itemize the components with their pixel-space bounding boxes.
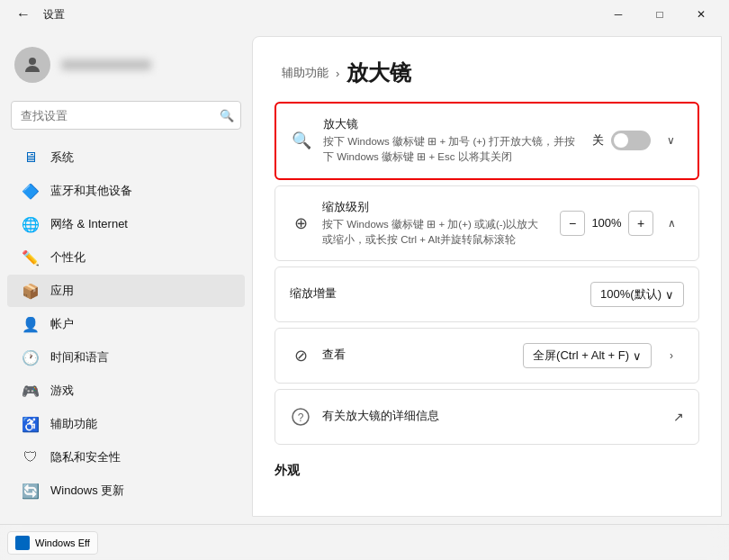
card-view: ⊘ 查看 全屏(Ctrl + Alt + F) ∨ ›: [274, 328, 699, 384]
card-icon-magnifier: 🔍: [291, 130, 312, 151]
card-icon-zoom_level: ⊕: [290, 212, 311, 234]
sidebar-item-update[interactable]: 🔄 Windows 更新: [7, 474, 245, 507]
close-button[interactable]: ✕: [680, 0, 722, 29]
nav-label-system: 系统: [50, 149, 74, 166]
sidebar-item-bluetooth[interactable]: 🔷 蓝牙和其他设备: [7, 175, 245, 207]
card-text-zoom_level: 缩放级别 按下 Windows 徽标键 ⊞ + 加(+) 或减(-)以放大或缩小…: [322, 199, 549, 248]
card-icon-about: ?: [290, 406, 311, 428]
taskbar-app-icon: [15, 536, 30, 550]
sidebar-item-network[interactable]: 🌐 网络 & Internet: [7, 208, 245, 240]
card-text-magnifier: 放大镜 按下 Windows 徽标键 ⊞ + 加号 (+) 打开放大镜，并按下 …: [323, 116, 581, 166]
search-icon: 🔍: [220, 109, 234, 122]
zoom-controls: − 100% + ∧: [560, 211, 684, 236]
card-title-magnifier: 放大镜: [323, 116, 581, 132]
view-dropdown-control: 全屏(Ctrl + Alt + F) ∨ ›: [523, 343, 684, 368]
user-profile: [0, 36, 252, 97]
card-row-magnifier: 🔍 放大镜 按下 Windows 徽标键 ⊞ + 加号 (+) 打开放大镜，并按…: [276, 104, 698, 178]
card-desc-zoom_level: 按下 Windows 徽标键 ⊞ + 加(+) 或减(-)以放大或缩小，或长按 …: [322, 217, 549, 248]
toggle-thumb: [614, 133, 628, 148]
card-desc-magnifier: 按下 Windows 徽标键 ⊞ + 加号 (+) 打开放大镜，并按下 Wind…: [323, 134, 581, 166]
title-bar-controls: ─ □ ✕: [598, 0, 722, 29]
toggle-switch[interactable]: [611, 131, 651, 150]
cards-section: 🔍 放大镜 按下 Windows 徽标键 ⊞ + 加号 (+) 打开放大镜，并按…: [274, 102, 699, 445]
nav-list: 🖥 系统 🔷 蓝牙和其他设备 🌐 网络 & Internet ✏️ 个性化 📦 …: [0, 140, 252, 508]
card-icon-view: ⊘: [290, 345, 311, 366]
svg-point-0: [29, 58, 36, 65]
expand-zoom-button[interactable]: ∧: [659, 211, 684, 236]
sidebar-item-apps[interactable]: 📦 应用: [7, 275, 245, 307]
card-magnifier: 🔍 放大镜 按下 Windows 徽标键 ⊞ + 加号 (+) 打开放大镜，并按…: [274, 102, 699, 180]
minimize-button[interactable]: ─: [598, 0, 639, 29]
nav-label-personal: 个性化: [50, 249, 86, 266]
view-dropdown-chevron-icon: ∨: [633, 349, 642, 363]
taskbar: Windows Eff: [0, 524, 729, 560]
window-title: 设置: [43, 7, 65, 23]
sidebar-item-personal[interactable]: ✏️ 个性化: [7, 241, 245, 274]
section-header: 外观: [253, 452, 721, 486]
dropdown-value: 100%(默认): [600, 286, 662, 303]
expand-button[interactable]: ∨: [658, 128, 683, 153]
dropdown-chevron-icon: ∨: [665, 288, 674, 302]
card-about: ? 有关放大镜的详细信息 ↗: [274, 389, 699, 445]
dropdown-control: 100%(默认) ∨: [590, 282, 684, 307]
nav-label-access: 辅助功能: [50, 416, 97, 432]
sidebar-item-gaming[interactable]: 🎮 游戏: [7, 375, 245, 407]
taskbar-app-label: Windows Eff: [35, 537, 90, 548]
title-bar-left: ← 设置: [11, 2, 65, 27]
sidebar-item-system[interactable]: 🖥 系统: [7, 141, 245, 174]
nav-icon-update: 🔄: [22, 482, 40, 500]
back-button[interactable]: ←: [11, 2, 36, 27]
card-title-about: 有关放大镜的详细信息: [322, 408, 662, 424]
breadcrumb-separator: ›: [336, 67, 339, 80]
toggle-label: 关: [592, 132, 604, 149]
card-zoom_increment: 缩放增量 100%(默认) ∨: [274, 266, 699, 322]
search-input[interactable]: [11, 101, 241, 130]
nav-icon-access: ♿: [22, 415, 40, 433]
sidebar-item-accounts[interactable]: 👤 帐户: [7, 308, 245, 340]
nav-icon-apps: 📦: [22, 282, 40, 300]
content-header: 辅助功能 › 放大镜: [253, 37, 721, 102]
zoom-value: 100%: [590, 216, 623, 230]
nav-label-privacy: 隐私和安全性: [50, 449, 121, 465]
content-area: 辅助功能 › 放大镜 🔍 放大镜 按下 Windows 徽标键 ⊞ + 加号 (…: [252, 36, 722, 517]
zoom-increase-button[interactable]: +: [628, 211, 653, 236]
sidebar: 🔍 🖥 系统 🔷 蓝牙和其他设备 🌐 网络 & Internet ✏️ 个性化 …: [0, 29, 252, 524]
card-zoom_level: ⊕ 缩放级别 按下 Windows 徽标键 ⊞ + 加(+) 或减(-)以放大或…: [274, 185, 699, 262]
title-bar: ← 设置 ─ □ ✕: [0, 0, 729, 29]
sidebar-item-time[interactable]: 🕐 时间和语言: [7, 341, 245, 374]
nav-icon-time: 🕐: [22, 348, 40, 366]
nav-label-network: 网络 & Internet: [50, 216, 128, 232]
card-text-view: 查看: [322, 347, 512, 365]
nav-label-time: 时间和语言: [50, 349, 109, 366]
nav-icon-gaming: 🎮: [22, 382, 40, 400]
nav-icon-network: 🌐: [22, 215, 40, 233]
breadcrumb: 辅助功能: [282, 65, 328, 81]
main-content: 🔍 🖥 系统 🔷 蓝牙和其他设备 🌐 网络 & Internet ✏️ 个性化 …: [0, 29, 729, 524]
page-title: 放大镜: [346, 59, 411, 87]
nav-icon-system: 🖥: [22, 149, 40, 167]
toggle-control: 关 ∨: [592, 128, 683, 153]
sidebar-item-privacy[interactable]: 🛡 隐私和安全性: [7, 441, 245, 474]
view-expand-button[interactable]: ›: [659, 343, 684, 368]
card-title-zoom_increment: 缩放增量: [290, 285, 580, 302]
nav-icon-bluetooth: 🔷: [22, 182, 40, 200]
card-text-about: 有关放大镜的详细信息: [322, 408, 662, 426]
maximize-button[interactable]: □: [639, 0, 680, 29]
nav-icon-accounts: 👤: [22, 315, 40, 333]
card-row-zoom_level: ⊕ 缩放级别 按下 Windows 徽标键 ⊞ + 加(+) 或减(-)以放大或…: [275, 186, 698, 261]
dropdown-button[interactable]: 100%(默认) ∨: [590, 282, 684, 307]
nav-label-bluetooth: 蓝牙和其他设备: [50, 183, 132, 199]
avatar: [14, 47, 50, 83]
taskbar-app[interactable]: Windows Eff: [7, 531, 98, 555]
card-text-zoom_increment: 缩放增量: [290, 285, 580, 303]
nav-label-update: Windows 更新: [50, 483, 124, 499]
card-title-zoom_level: 缩放级别: [322, 199, 549, 215]
view-dropdown-button[interactable]: 全屏(Ctrl + Alt + F) ∨: [523, 343, 652, 368]
external-link-icon: ↗: [673, 410, 684, 424]
user-name: [61, 59, 151, 70]
zoom-decrease-button[interactable]: −: [560, 211, 585, 236]
nav-icon-personal: ✏️: [22, 248, 40, 266]
card-title-view: 查看: [322, 347, 512, 363]
sidebar-item-access[interactable]: ♿ 辅助功能: [7, 408, 245, 440]
card-row-view: ⊘ 查看 全屏(Ctrl + Alt + F) ∨ ›: [275, 329, 698, 383]
